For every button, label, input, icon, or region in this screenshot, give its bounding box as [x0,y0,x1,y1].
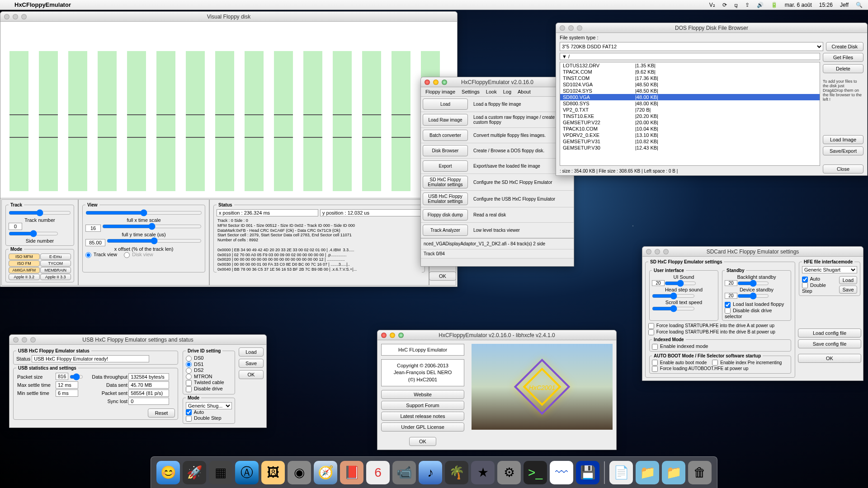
vnc-icon[interactable]: V₂ [709,2,715,8]
gpl-button[interactable]: Under GPL License [381,422,464,432]
preview-icon[interactable]: 🖼 [261,461,285,484]
file-row[interactable]: SD1024.VGA|48.50 KB| [560,81,820,88]
file-row[interactable]: SD800.SYS|48.00 KB| [560,100,820,107]
menu-log[interactable]: Log [503,89,511,94]
disable-checkbox[interactable]: Disable drive [186,386,223,391]
preinc-checkbox[interactable]: Enable index Pre incrementing [712,360,782,365]
save-config-button[interactable]: Save config file [798,339,861,348]
terminal-icon[interactable]: >_ [524,461,547,484]
fstype-select[interactable]: 3"5 720KB DSDD FAT12 [560,42,823,51]
spotlight-icon[interactable]: 🔍 [856,2,863,8]
date[interactable]: mar. 6 août [785,2,812,8]
settings-icon[interactable]: ⚙ [497,461,521,484]
fully-slider[interactable] [102,223,202,230]
path[interactable]: ▼ / [560,53,820,60]
trackview-radio[interactable]: Track view [85,252,117,257]
side-slider[interactable] [9,230,58,237]
emu-btn-1[interactable]: Load Raw image [423,114,468,126]
file-list[interactable]: LOTUS132.DRV|1.35 KB|TPACK.COM|9.62 KB|T… [560,62,820,166]
load-button[interactable]: Load [239,347,264,357]
scroll-speed-slider[interactable] [652,305,695,312]
mode-select[interactable]: Generic Shug... [186,402,232,409]
file-row[interactable]: TPACK.COM|9.62 KB| [560,69,820,75]
emu-btn-0[interactable]: Load [423,99,468,110]
load-image-button[interactable]: Load Image [823,135,863,144]
mode-apple32[interactable]: Apple II 3.2 [9,274,40,280]
mtron-radio[interactable]: MTRON [186,374,212,379]
emu-btn-6[interactable]: USB HxC Floppy Emulator settings [423,192,468,205]
file-row[interactable]: LOTUS132.DRV|1.35 KB| [560,62,820,69]
notes-button[interactable]: Latest release notes [381,412,464,421]
time[interactable]: 15:26 [819,2,833,8]
mode-tycom[interactable]: TYCOM [40,260,71,267]
file-row[interactable]: GEMSETUP.V31|10.82 KB| [560,138,820,145]
calendar-icon[interactable]: 6 [366,461,390,484]
titlebar[interactable]: Visual Floppy disk [0,12,457,22]
load-config-button[interactable]: Load config file [798,328,861,338]
mode-membrain[interactable]: MEMBRAIN [40,267,71,273]
xoff-value[interactable]: 85.00 [85,239,105,246]
folder-2-icon[interactable]: 📁 [662,461,685,484]
menu-floppy[interactable]: Floppy image [425,89,455,94]
finder-icon[interactable]: 😊 [156,461,180,484]
emu-btn-7[interactable]: Floppy disk dump [423,209,468,221]
min-settle[interactable]: 6 ms [56,389,78,397]
mode-amiga[interactable]: AMIGA MFM [9,267,40,273]
file-row[interactable]: GEMSETUP.V30|12.43 KB| [560,145,820,151]
auto-checkbox[interactable]: Auto [802,276,820,282]
track-visualization[interactable]: MFM T:00 S:001 CRC:BA6E MFM T:00 S:001 C… [0,22,457,198]
file-row[interactable]: VPDRV2_0.EXE|13.10 KB| [560,132,820,138]
disable-selector-checkbox[interactable]: Disable disk drive selector [725,308,772,319]
backlight-slider[interactable] [737,280,769,287]
app-name[interactable]: HxCFloppyEmulator [14,1,71,8]
file-row[interactable]: VP2_0.TXT|720 B| [560,107,820,113]
iphoto-icon[interactable]: 🌴 [445,461,468,484]
hxc-2-icon[interactable]: 💾 [576,461,599,484]
emu-btn-5[interactable]: SD HxC Floppy Emulator settings [423,176,468,188]
volume-icon[interactable]: 🔊 [757,2,764,8]
fullx-slider[interactable] [85,209,202,216]
hfe-mode-select[interactable]: Generic Shugart [802,266,857,273]
mode-apple33[interactable]: Apple II 3.3 [40,274,71,280]
ds2-radio[interactable]: DS2 [186,367,203,373]
itunes-icon[interactable]: ♪ [419,461,442,484]
track-value[interactable]: 0 [9,223,22,230]
reset-button[interactable]: Reset [148,408,175,418]
mission-control-icon[interactable]: ▦ [209,461,232,484]
save-btn[interactable]: Save [839,286,857,294]
file-row[interactable]: TINST.COM|17.36 KB| [560,75,820,81]
titlebar[interactable]: USB HxC Floppy Emulator settings and sta… [9,335,266,345]
trash-icon[interactable]: 🗑 [688,461,712,484]
track-slider[interactable] [9,209,71,216]
dashboard-icon[interactable]: ◉ [288,461,311,484]
delete-button[interactable]: Delete [823,64,863,73]
max-settle[interactable]: 12 ms [56,381,78,389]
head-sound-slider[interactable] [652,292,695,300]
file-row[interactable]: SD1024.SYS|48.50 KB| [560,88,820,94]
safari-icon[interactable]: 🧭 [314,461,337,484]
emu-btn-4[interactable]: Export [423,160,468,172]
menu-look[interactable]: Look [486,89,497,94]
menu-about[interactable]: About [518,89,531,94]
forum-button[interactable]: Support Forum [381,401,464,410]
load-btn[interactable]: Load [839,276,857,284]
double-step-checkbox[interactable]: Double Step [802,282,826,294]
emu-btn-8[interactable]: Track Analyzer [423,225,468,236]
menu-settings[interactable]: Settings [462,89,480,94]
device-standby-slider[interactable] [737,292,769,300]
facetime-icon[interactable]: 📹 [392,461,416,484]
document-icon[interactable]: 📄 [609,461,633,484]
force-b-checkbox[interactable]: Force loading STARTUPB.HFE into the driv… [648,329,775,334]
indexed-checkbox[interactable]: Enable indexed mode [652,343,708,349]
save-export-button[interactable]: Save/Export [823,146,863,155]
ok-button[interactable]: OK [429,272,456,281]
file-row[interactable]: TINST10.EXE|20.20 KB| [560,113,820,119]
titlebar[interactable]: SDCard HxC Floppy Emulator settings [642,247,863,257]
bluetooth-icon[interactable]: ⚼ [734,2,738,8]
ok-button[interactable]: OK [239,370,264,379]
packet-size[interactable]: 816 [56,373,68,380]
website-button[interactable]: Website [381,390,464,399]
user[interactable]: Jeff [840,2,849,8]
titlebar[interactable]: DOS Floppy Disk File Browser [556,23,867,33]
launchpad-icon[interactable]: 🚀 [183,461,206,484]
